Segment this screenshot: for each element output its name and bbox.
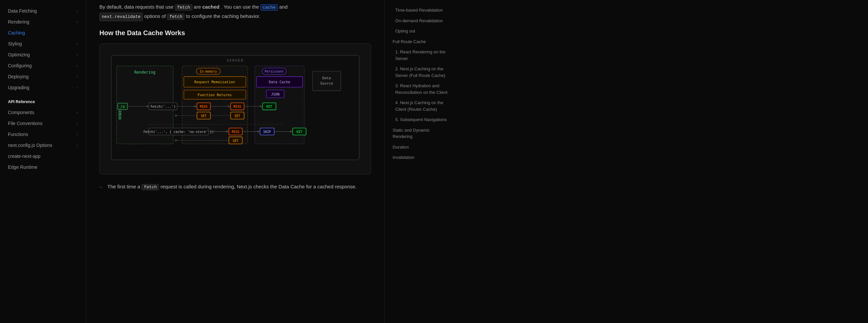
fetch-label-1: fetch('...') (150, 105, 176, 109)
server-label: SERVER (227, 58, 244, 63)
persistent-label: Persistent (265, 70, 284, 73)
hit-label-2: HIT (297, 130, 303, 134)
toc-item-static-dynamic[interactable]: Static and Dynamic Rendering (390, 125, 452, 142)
api-reference-header: API Reference (0, 97, 86, 107)
rendering-label: Rendering (134, 70, 155, 75)
sidebar-item-label: Deploying (8, 74, 29, 79)
miss-label-1: MISS (200, 105, 207, 109)
right-sidebar: Time-based Revalidation On-demand Revali… (384, 0, 457, 323)
hit-label-1: HIT (266, 105, 272, 109)
chevron-icon: › (76, 9, 78, 13)
sidebar-item-components[interactable]: Components › (3, 107, 83, 118)
sidebar-item-label: Edge Runtime (8, 165, 37, 170)
chevron-icon: › (76, 111, 78, 114)
toc-item-react-rendering[interactable]: 1. React Rendering on the Server (390, 47, 452, 63)
sidebar-item-label: create-next-app (8, 153, 40, 159)
sidebar-item-data-fetching[interactable]: Data Fetching › (3, 6, 83, 16)
chevron-icon: › (76, 64, 78, 68)
toc-item-nextjs-caching[interactable]: 2. Next.js Caching on the Server (Full R… (390, 64, 452, 80)
sidebar-item-rendering[interactable]: Rendering › (3, 17, 83, 27)
fetch-code-1: fetch (175, 4, 192, 10)
inmemory-label: In-memory (200, 70, 217, 73)
fetch-code-2: fetch (167, 13, 185, 20)
bullet-text: The first time a fetch request is called… (107, 182, 357, 191)
sidebar-item-label: Rendering (8, 19, 30, 25)
bullet-item-1: – The first time a fetch request is call… (99, 182, 371, 191)
sidebar-item-label: Optimizing (8, 52, 30, 57)
request-memo-label: Request Memoization (194, 80, 235, 84)
function-returns-label: Function Returns (197, 93, 231, 97)
chevron-icon: › (76, 53, 78, 57)
skip-label: SKIP (264, 130, 271, 134)
toc-item-time-based[interactable]: Time-based Revalidation (390, 5, 452, 15)
diagram-container: SERVER Rendering In-memory Request Memoi… (99, 43, 371, 174)
sidebar-item-label: Upgrading (8, 85, 30, 90)
set-label-1: SET (235, 114, 241, 118)
toc-item-ondemand[interactable]: On-demand Revalidation (390, 16, 452, 26)
sidebar-item-label: Configuring (8, 63, 32, 68)
sidebar-item-optimizing[interactable]: Optimizing › (3, 50, 83, 60)
sidebar-item-label: next.config.js Options (8, 143, 52, 148)
data-cache-label: Data Cache (269, 80, 290, 84)
sidebar-item-label: Caching (8, 30, 25, 35)
toc-item-react-hydration[interactable]: 3. React Hydration and Reconciliation on… (390, 81, 452, 97)
json-label: JSON (271, 92, 280, 96)
cache-diagram: SERVER Rendering In-memory Request Memoi… (108, 52, 363, 165)
fetch-inline-code: fetch (142, 184, 159, 190)
bullet-dash: – (99, 182, 103, 191)
sidebar-item-nextconfig[interactable]: next.config.js Options › (3, 140, 83, 151)
revalidate-code: next.revalidate (99, 12, 143, 21)
svg-rect-10 (312, 71, 341, 91)
route-label: /a (120, 105, 125, 109)
sidebar-item-label: Functions (8, 131, 28, 137)
toc-item-subsequent-nav[interactable]: 5. Subsequent Navigations (390, 115, 452, 125)
sidebar-item-edge-runtime[interactable]: Edge Runtime (3, 162, 83, 172)
sidebar-item-functions[interactable]: Functions › (3, 129, 83, 140)
sidebar-item-styling[interactable]: Styling › (3, 38, 83, 49)
data-source-label: Data (322, 76, 331, 81)
miss-label-2: MISS (234, 105, 241, 109)
svg-text:Source: Source (320, 82, 333, 86)
miss-label-3: MISS (231, 130, 239, 134)
set-label-2: SET (201, 114, 207, 118)
sidebar-item-label: Components (8, 110, 34, 115)
toc-item-opting-out[interactable]: Opting out (390, 26, 452, 36)
toc-item-invalidation[interactable]: Invalidation (390, 152, 452, 163)
section-title: How the Data Cache Works (99, 29, 371, 37)
sidebar-item-caching[interactable]: Caching (3, 28, 83, 38)
fetch-label-2: fetch('...', { cache: 'no-store' }) (143, 130, 214, 134)
left-sidebar: Data Fetching › Rendering › Caching Styl… (0, 0, 86, 323)
set-label-3: SET (232, 139, 239, 143)
chevron-icon: › (76, 42, 78, 46)
sidebar-item-file-conventions[interactable]: File Conventions › (3, 118, 83, 129)
sidebar-item-label: File Conventions (8, 121, 42, 126)
sidebar-item-label: Styling (8, 41, 22, 47)
chevron-icon: › (76, 20, 78, 24)
chevron-icon: › (76, 143, 78, 147)
sidebar-item-configuring[interactable]: Configuring › (3, 60, 83, 71)
chevron-icon: › (76, 86, 78, 90)
toc-item-full-route-cache[interactable]: Full Route Cache (390, 37, 452, 47)
sidebar-item-label: Data Fetching (8, 8, 37, 13)
sidebar-item-create-next-app[interactable]: create-next-app (3, 151, 83, 162)
main-content: By default, data requests that use fetch… (86, 0, 384, 323)
toc-item-duration[interactable]: Duration (390, 142, 452, 152)
chevron-icon: › (76, 121, 78, 125)
intro-paragraph: By default, data requests that use fetch… (99, 3, 371, 21)
sidebar-item-deploying[interactable]: Deploying › (3, 71, 83, 82)
sidebar-item-upgrading[interactable]: Upgrading › (3, 82, 83, 93)
chevron-icon: › (76, 75, 78, 79)
toc-item-nextjs-client-caching[interactable]: 4. Next.js Caching on the Client (Router… (390, 98, 452, 114)
chevron-icon: › (76, 132, 78, 136)
cache-code: cache (260, 4, 278, 10)
